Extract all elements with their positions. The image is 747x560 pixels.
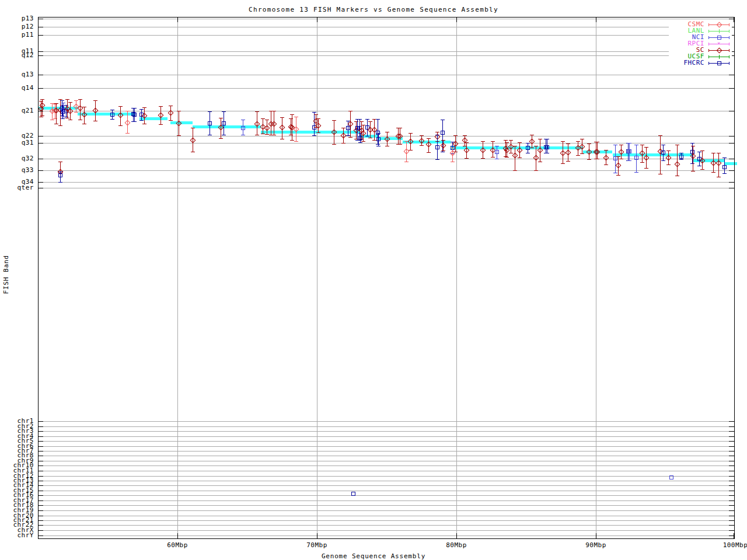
axis-tick — [456, 17, 457, 22]
legend-marker-cross: × — [717, 40, 721, 47]
axis-tick — [38, 159, 43, 159]
x-tick-label: 70Mbp — [294, 542, 340, 549]
legend-marker-tick — [719, 29, 720, 33]
axis-tick — [596, 533, 596, 538]
axis-tick — [38, 431, 43, 432]
axis-tick — [729, 501, 734, 501]
axis-tick — [38, 446, 43, 447]
y-tick-label: q32 — [0, 155, 34, 162]
y-tick-label: q33 — [0, 167, 34, 174]
axis-tick — [38, 525, 43, 526]
plot-area: p13p12p11q11q12q13q14q21q22q31q32q33q34q… — [0, 0, 747, 560]
axis-tick — [729, 485, 734, 486]
axis-tick — [729, 510, 734, 511]
axis-tick — [729, 436, 734, 437]
axis-tick — [38, 466, 43, 466]
legend-sample-cap — [729, 36, 729, 39]
axis-tick — [38, 495, 43, 496]
axis-tick — [729, 182, 734, 183]
axis-tick — [456, 533, 457, 538]
legend-sample-cap — [729, 55, 729, 58]
axis-tick — [38, 188, 43, 188]
axis-tick — [38, 536, 43, 536]
y-tick-label: chrY — [0, 532, 34, 539]
legend-sample-cap — [729, 23, 729, 26]
y-tick-label: qter — [0, 184, 34, 191]
axis-tick — [38, 75, 43, 75]
axis-tick — [729, 143, 734, 144]
axis-tick — [38, 461, 43, 461]
axis-tick — [38, 143, 43, 144]
chart-canvas: Chromosome 13 FISH Markers vs Genome Seq… — [0, 0, 747, 560]
axis-tick — [38, 426, 43, 427]
axis-tick — [38, 436, 43, 437]
axis-tick — [38, 182, 43, 183]
legend-sample-cap — [729, 49, 729, 52]
x-tick-label: 90Mbp — [573, 542, 619, 549]
axis-tick — [729, 456, 734, 456]
axis-tick — [729, 476, 734, 477]
legend-sample-cap — [708, 49, 709, 52]
axis-tick — [317, 533, 317, 538]
axis-tick — [729, 471, 734, 471]
axis-tick — [38, 516, 43, 516]
axis-tick — [38, 88, 43, 89]
legend-sample-cap — [708, 62, 709, 65]
axis-tick — [729, 466, 734, 466]
legend-sample-cap — [708, 36, 709, 39]
axis-tick — [38, 510, 43, 511]
axis-tick — [729, 530, 734, 531]
axis-tick — [729, 441, 734, 442]
axis-tick — [38, 19, 43, 19]
legend-sample-cap — [729, 30, 729, 33]
legend-sample-cap — [729, 62, 729, 65]
legend-sample-cap — [708, 23, 709, 26]
x-tick-label: 100Mbp — [712, 542, 747, 549]
axis-tick — [38, 421, 43, 422]
y-tick-label: p11 — [0, 32, 34, 38]
axis-tick — [177, 17, 178, 22]
axis-tick — [38, 530, 43, 531]
x-tick-label: 60Mbp — [154, 542, 201, 549]
axis-tick — [729, 431, 734, 432]
x-tick-label: 80Mbp — [433, 542, 480, 549]
axis-tick — [734, 533, 734, 538]
axis-tick — [38, 501, 43, 501]
y-tick-label: p13 — [0, 15, 34, 22]
legend-sample-cap — [708, 30, 709, 33]
axis-tick — [38, 505, 43, 506]
axis-tick — [729, 525, 734, 526]
axis-tick — [38, 451, 43, 452]
axis-tick — [38, 520, 43, 521]
axis-tick — [38, 485, 43, 486]
axis-tick — [729, 170, 734, 171]
axis-tick — [729, 461, 734, 461]
y-tick-label: p12 — [0, 23, 34, 30]
axis-tick — [38, 170, 43, 171]
axis-tick — [38, 111, 43, 111]
axis-tick — [729, 451, 734, 452]
axis-tick — [734, 17, 734, 22]
legend-marker-square — [717, 61, 721, 65]
axis-tick — [317, 17, 317, 22]
y-tick-label: q31 — [0, 139, 34, 146]
axis-tick — [38, 55, 43, 56]
plot-frame — [38, 17, 735, 539]
axis-tick — [38, 27, 43, 27]
axis-tick — [729, 88, 734, 89]
legend-item-fhcrc-label: FHCRC — [669, 60, 704, 66]
axis-tick — [729, 426, 734, 427]
axis-tick — [729, 111, 734, 111]
axis-tick — [38, 136, 43, 136]
y-tick-label: q12 — [0, 52, 34, 59]
axis-tick — [729, 159, 734, 159]
axis-tick — [729, 495, 734, 496]
legend-sample-cap — [729, 43, 729, 46]
legend-sample-cap — [708, 43, 709, 46]
axis-tick — [729, 481, 734, 481]
axis-tick — [38, 471, 43, 471]
axis-tick — [729, 520, 734, 521]
axis-tick — [729, 446, 734, 447]
y-tick-label: q21 — [0, 107, 34, 114]
axis-tick — [38, 35, 43, 36]
